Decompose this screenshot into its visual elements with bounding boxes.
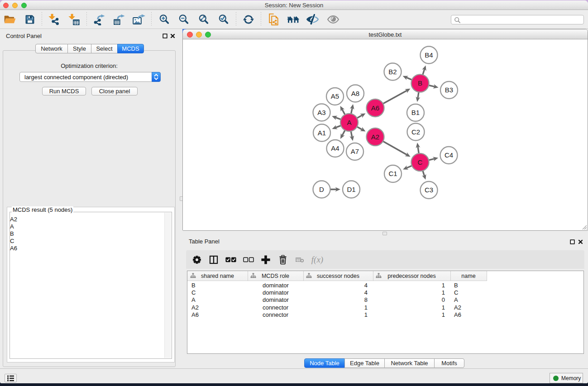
- search-input[interactable]: [462, 16, 580, 24]
- node-A8[interactable]: A8: [347, 85, 364, 102]
- close-panel-icon[interactable]: [170, 33, 175, 38]
- split-column-button[interactable]: [210, 255, 218, 264]
- import-network-button[interactable]: [48, 13, 60, 25]
- zoom-in-button[interactable]: [158, 14, 170, 25]
- save-session-icon: [25, 14, 35, 24]
- mcds-result-item[interactable]: A: [10, 223, 164, 230]
- node-table[interactable]: shared nameMCDS rolesuccessor nodesprede…: [187, 271, 584, 354]
- column-separator[interactable]: [450, 271, 451, 281]
- deselect-all-button[interactable]: [243, 257, 254, 262]
- table-row-A[interactable]: Adominator80A: [187, 296, 583, 304]
- gear-button[interactable]: [192, 255, 201, 264]
- result-scrollbar[interactable]: [164, 213, 171, 358]
- node-D1[interactable]: D1: [343, 181, 360, 198]
- mcds-result-list[interactable]: A2ABCA6: [10, 216, 164, 358]
- node-B[interactable]: B: [411, 75, 429, 92]
- node-B1[interactable]: B1: [407, 104, 424, 121]
- node-C4[interactable]: C4: [440, 147, 458, 164]
- column-header-name[interactable]: name: [450, 271, 487, 281]
- column-header-shared-name[interactable]: shared name: [187, 271, 248, 281]
- node-A1[interactable]: A1: [313, 124, 330, 142]
- node-A7[interactable]: A7: [346, 143, 363, 160]
- mcds-result-item[interactable]: B: [10, 230, 164, 238]
- delete-column-button[interactable]: [279, 255, 287, 264]
- toolbar-separator: [151, 12, 152, 26]
- column-separator[interactable]: [248, 271, 248, 281]
- mcds-result-item[interactable]: A2: [10, 216, 164, 223]
- network-window-titlebar[interactable]: testGlobe.txt: [183, 29, 588, 39]
- run-mcds-button[interactable]: Run MCDS: [42, 87, 86, 95]
- show-all-views-button[interactable]: [287, 15, 300, 24]
- zoom-fit-icon: [198, 14, 210, 25]
- zoom-selected-button[interactable]: [218, 14, 229, 25]
- tab-node-table[interactable]: Node Table: [304, 358, 345, 368]
- node-A3[interactable]: A3: [313, 104, 330, 121]
- node-B2[interactable]: B2: [384, 63, 402, 81]
- node-B3[interactable]: B3: [440, 81, 458, 99]
- node-A4[interactable]: A4: [327, 140, 344, 157]
- export-table-button[interactable]: [113, 14, 125, 25]
- column-header-successor-nodes[interactable]: successor nodes: [303, 271, 373, 281]
- network-canvas[interactable]: AA1A2A3A4A5A6A7A8BB1B2B3B4CC1C2C3C4DD1: [183, 39, 588, 230]
- tab-style[interactable]: Style: [67, 44, 91, 53]
- mcds-result-item[interactable]: C: [10, 238, 164, 245]
- node-A2[interactable]: A2: [367, 128, 384, 146]
- window-resize-grip[interactable]: [581, 224, 587, 230]
- tab-select[interactable]: Select: [91, 44, 118, 53]
- node-C1[interactable]: C1: [384, 165, 402, 182]
- table-float-panel-icon[interactable]: [570, 239, 575, 244]
- export-image-button[interactable]: [133, 14, 145, 25]
- node-label: C3: [425, 186, 433, 194]
- add-column-button[interactable]: [261, 255, 270, 264]
- tab-mcds[interactable]: MCDS: [117, 44, 144, 53]
- column-separator[interactable]: [373, 271, 373, 281]
- select-all-button[interactable]: [225, 257, 236, 262]
- delete-column-icon: [279, 255, 287, 264]
- node-D[interactable]: D: [313, 181, 330, 198]
- tab-edge-table[interactable]: Edge Table: [344, 358, 385, 368]
- search-field[interactable]: [451, 15, 584, 24]
- node-label: C: [418, 158, 423, 166]
- memory-button[interactable]: Memory: [550, 373, 583, 383]
- node-C2[interactable]: C2: [407, 124, 425, 141]
- main-toolbar: [0, 10, 588, 29]
- table-row-C[interactable]: Cdominator41C: [187, 289, 583, 296]
- mcds-result-item[interactable]: A6: [10, 245, 164, 252]
- table-close-panel-icon[interactable]: [578, 239, 583, 244]
- toolbar-separator: [86, 12, 87, 26]
- node-A5[interactable]: A5: [326, 88, 344, 105]
- column-header-predecessor-nodes[interactable]: predecessor nodes: [373, 271, 450, 281]
- save-session-button[interactable]: [25, 14, 35, 24]
- close-panel-button[interactable]: Close panel: [91, 87, 138, 95]
- refresh-button[interactable]: [243, 14, 254, 24]
- zoom-out-button[interactable]: [178, 14, 190, 25]
- zoom-fit-button[interactable]: [198, 14, 210, 25]
- show-view-button[interactable]: [327, 15, 339, 24]
- table-row-A6[interactable]: A6connector11A6: [187, 311, 583, 319]
- column-header-MCDS-role[interactable]: MCDS role: [248, 271, 303, 281]
- horizontal-splitter-handle[interactable]: [382, 232, 387, 235]
- toolbar-separator: [261, 12, 261, 26]
- node-A[interactable]: A: [340, 114, 358, 131]
- node-A6[interactable]: A6: [367, 99, 384, 117]
- float-panel-icon[interactable]: [163, 33, 167, 38]
- export-network-button[interactable]: [93, 14, 105, 25]
- table-toolbar: f(x): [186, 250, 584, 269]
- criterion-dropdown[interactable]: largest connected component (directed): [19, 72, 161, 82]
- node-C[interactable]: C: [411, 153, 429, 171]
- tab-motifs[interactable]: Motifs: [434, 358, 464, 368]
- table-panel: Table Panel f(x) shared nameMCDS rolesuc…: [182, 235, 588, 368]
- column-separator[interactable]: [303, 271, 304, 281]
- tab-network[interactable]: Network: [35, 44, 68, 53]
- table-row-B[interactable]: Bdominator41B: [187, 281, 583, 289]
- node-B4[interactable]: B4: [421, 47, 438, 64]
- import-table-button[interactable]: [68, 13, 80, 25]
- task-history-button[interactable]: [5, 374, 17, 382]
- table-row-A2[interactable]: A2connector11A2: [187, 304, 583, 311]
- open-session-button[interactable]: [4, 14, 16, 24]
- node-C3[interactable]: C3: [421, 181, 438, 199]
- column-separator[interactable]: [487, 271, 487, 281]
- tab-network-table[interactable]: Network Table: [384, 358, 435, 368]
- clone-network-button[interactable]: [268, 13, 279, 25]
- hide-view-button[interactable]: [306, 14, 319, 25]
